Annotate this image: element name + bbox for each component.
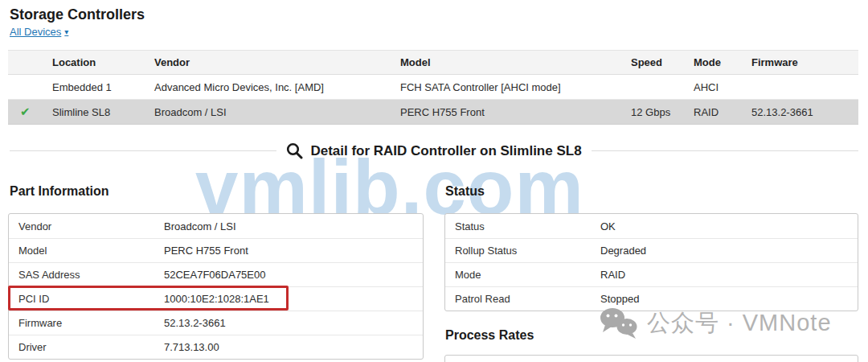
row-status: Status OK <box>445 214 858 238</box>
cell-speed <box>619 75 682 100</box>
page-header: Storage Controllers All Devices ▾ <box>10 6 145 39</box>
cell-location: Slimline SL8 <box>40 100 142 125</box>
page-title: Storage Controllers <box>10 6 145 23</box>
storage-controllers-page: vmlib.com Storage Controllers All Device… <box>0 0 868 362</box>
row-sas-address: SAS Address 52CEA7F06DA75E00 <box>9 262 423 286</box>
table-row-embedded-1[interactable]: Embedded 1 Advanced Micro Devices, Inc. … <box>8 75 858 100</box>
detail-section-heading: Detail for RAID Controller on Slimline S… <box>10 142 858 159</box>
detail-title: Detail for RAID Controller on Slimline S… <box>310 143 581 159</box>
watermark-vmnote-text: 公众号 · VMNote <box>647 307 832 339</box>
table-row-slimline-sl8[interactable]: ✔ Slimline SL8 Broadcom / LSI PERC H755 … <box>8 100 858 125</box>
cell-model: FCH SATA Controller [AHCI mode] <box>388 75 619 100</box>
cell-firmware: 52.13.2-3661 <box>739 100 858 125</box>
process-rates-table <box>444 355 858 362</box>
row-mode: Mode RAID <box>445 262 858 286</box>
cell-mode: AHCI <box>682 75 739 100</box>
part-information-table: Vendor Broadcom / LSI Model PERC H755 Fr… <box>8 213 424 360</box>
cell-location: Embedded 1 <box>40 75 142 100</box>
cell-firmware <box>739 75 858 100</box>
caret-down-icon: ▾ <box>64 27 68 36</box>
row-model: Model PERC H755 Front <box>9 238 423 262</box>
cell-vendor: Advanced Micro Devices, Inc. [AMD] <box>142 75 388 100</box>
health-ok-check-icon: ✔ <box>20 105 31 118</box>
storage-controllers-table: Location Vendor Model Speed Mode Firmwar… <box>8 50 858 125</box>
divider-left <box>10 150 276 151</box>
column-header-vendor: Vendor <box>142 51 388 75</box>
status-column-header <box>8 51 40 75</box>
cell-speed: 12 Gbps <box>619 100 682 125</box>
column-header-speed: Speed <box>619 51 682 75</box>
magnifier-icon <box>286 142 303 159</box>
column-header-firmware: Firmware <box>739 51 858 75</box>
row-driver: Driver 7.713.13.00 <box>9 335 423 359</box>
status-heading: Status <box>445 184 485 199</box>
wechat-icon <box>599 307 639 339</box>
device-filter-dropdown[interactable]: All Devices ▾ <box>10 26 68 38</box>
row-patrol-read: Patrol Read Stopped <box>445 286 858 311</box>
column-header-location: Location <box>40 51 142 75</box>
device-filter-label: All Devices <box>10 26 61 38</box>
row-rollup-status: Rollup Status Degraded <box>445 238 858 262</box>
table-header-row: Location Vendor Model Speed Mode Firmwar… <box>8 51 858 75</box>
divider-right <box>592 150 858 151</box>
part-information-heading: Part Information <box>10 184 109 199</box>
row-pci-id: PCI ID 1000:10E2:1028:1AE1 <box>9 286 423 311</box>
row-firmware: Firmware 52.13.2-3661 <box>9 311 423 335</box>
cell-mode: RAID <box>682 100 739 125</box>
column-header-mode: Mode <box>682 51 739 75</box>
column-header-model: Model <box>388 51 619 75</box>
watermark-vmnote: 公众号 · VMNote <box>599 307 832 339</box>
status-table: Status OK Rollup Status Degraded Mode RA… <box>444 213 858 311</box>
row-vendor: Vendor Broadcom / LSI <box>9 214 423 238</box>
cell-vendor: Broadcom / LSI <box>142 100 388 125</box>
cell-model: PERC H755 Front <box>388 100 619 125</box>
process-rates-heading: Process Rates <box>445 328 534 343</box>
